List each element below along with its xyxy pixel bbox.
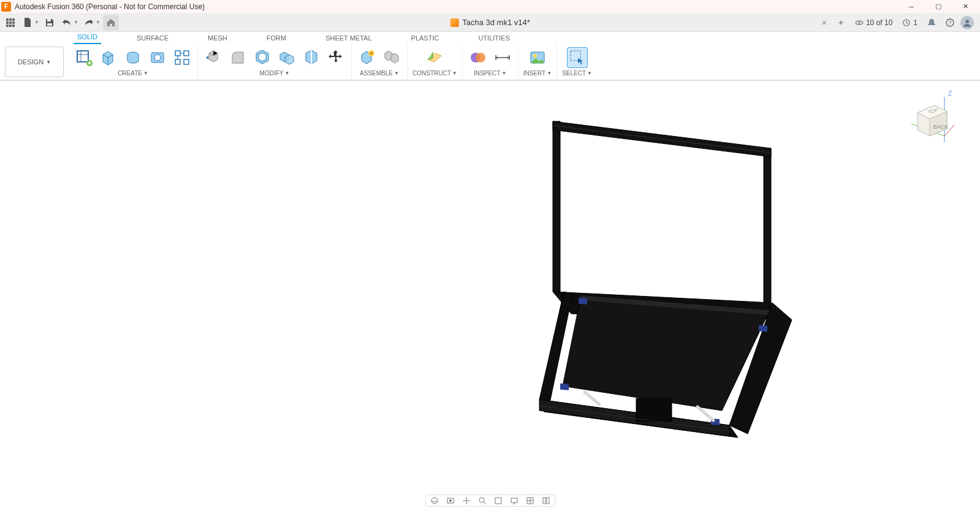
document-tab[interactable]: Tacha 3d mk1 v14*: [450, 18, 530, 27]
new-component-button[interactable]: [357, 47, 378, 68]
create-sketch-button[interactable]: [74, 47, 94, 68]
svg-point-46: [479, 498, 484, 502]
chevron-down-icon: ▼: [284, 70, 289, 76]
grid-settings-button[interactable]: [524, 496, 536, 506]
undo-button[interactable]: [59, 15, 75, 31]
pan-button[interactable]: [460, 496, 473, 506]
recovery-text: 10 of 10: [866, 18, 892, 27]
pattern-button[interactable]: [172, 47, 192, 68]
interference-button[interactable]: [468, 47, 488, 68]
svg-rect-7: [9, 25, 12, 27]
panel-inspect-label[interactable]: INSPECT▼: [474, 70, 506, 77]
panel-construct-label[interactable]: CONSTRUCT▼: [412, 70, 457, 77]
view-cube[interactable]: Z TOP BACK: [906, 88, 955, 137]
select-button[interactable]: [567, 47, 588, 68]
svg-point-45: [449, 499, 452, 502]
fillet-button[interactable]: [227, 47, 248, 68]
panel-construct: CONSTRUCT▼: [408, 44, 463, 80]
home-button[interactable]: [103, 15, 119, 31]
redo-caret-icon: ▼: [96, 20, 101, 25]
file-menu-caret-icon: ▼: [34, 20, 39, 25]
tab-surface[interactable]: SURFACE: [133, 33, 172, 44]
svg-line-34: [553, 126, 771, 153]
orbit-button[interactable]: [428, 496, 441, 506]
chevron-down-icon: ▼: [587, 70, 592, 76]
window-controls: ─ ▢ ✕: [898, 0, 979, 13]
tab-form[interactable]: FORM: [263, 33, 290, 44]
chevron-down-icon: ▼: [501, 70, 506, 76]
svg-point-43: [431, 498, 438, 504]
revolve-button[interactable]: [123, 47, 143, 68]
svg-point-20: [154, 55, 161, 61]
navigation-toolbar: [425, 495, 555, 507]
panel-modify-label[interactable]: MODIFY▼: [260, 70, 290, 77]
redo-button[interactable]: [81, 15, 97, 31]
press-pull-button[interactable]: [203, 47, 224, 68]
close-button[interactable]: ✕: [952, 0, 979, 13]
file-menu-button[interactable]: [20, 15, 36, 31]
svg-rect-16: [77, 51, 88, 62]
svg-rect-23: [175, 59, 180, 64]
viewport-layout-button[interactable]: [540, 496, 552, 506]
panel-select-text: SELECT: [562, 70, 586, 77]
panel-create-label[interactable]: CREATE▼: [118, 70, 148, 77]
svg-rect-6: [6, 25, 9, 27]
move-copy-button[interactable]: [325, 47, 346, 68]
chevron-down-icon: ▼: [394, 70, 399, 76]
construct-plane-button[interactable]: [424, 47, 445, 68]
panel-construct-text: CONSTRUCT: [412, 70, 451, 77]
svg-point-11: [859, 21, 860, 23]
zoom-button[interactable]: [476, 496, 488, 506]
tab-solid[interactable]: SOLID: [74, 32, 101, 44]
tab-mesh[interactable]: MESH: [204, 33, 231, 44]
fit-button[interactable]: [492, 496, 504, 506]
svg-rect-21: [175, 51, 180, 56]
shell-button[interactable]: [252, 47, 273, 68]
viewport[interactable]: Z TOP BACK: [0, 81, 980, 508]
tab-plastic[interactable]: PLASTIC: [408, 33, 443, 44]
chevron-down-icon: ▼: [46, 59, 51, 65]
help-button[interactable]: ?: [942, 15, 958, 31]
data-panel-button[interactable]: [2, 15, 18, 31]
job-status[interactable]: 1: [898, 18, 921, 27]
display-settings-button[interactable]: [508, 496, 520, 506]
svg-rect-52: [547, 498, 549, 504]
panel-inspect-text: INSPECT: [474, 70, 500, 77]
svg-rect-24: [184, 59, 189, 64]
hole-button[interactable]: [147, 47, 168, 68]
svg-line-39: [585, 392, 599, 404]
svg-rect-41: [636, 398, 672, 422]
measure-button[interactable]: [492, 47, 513, 68]
save-button[interactable]: [42, 15, 58, 31]
ribbon: DESIGN ▼ CREATE▼: [0, 44, 980, 81]
tab-utilities[interactable]: UTILITIES: [474, 33, 513, 44]
svg-rect-48: [495, 498, 501, 504]
panel-assemble-label[interactable]: ASSEMBLE▼: [360, 70, 399, 77]
tab-sheet-metal[interactable]: SHEET METAL: [322, 33, 375, 44]
joint-button[interactable]: [381, 47, 402, 68]
maximize-button[interactable]: ▢: [925, 0, 952, 13]
svg-rect-8: [12, 25, 15, 27]
combine-button[interactable]: [276, 47, 297, 68]
panel-modify-text: MODIFY: [260, 70, 284, 77]
insert-decal-button[interactable]: [527, 47, 548, 68]
tab-close-button[interactable]: ×: [818, 18, 830, 28]
panel-insert-label[interactable]: INSERT▼: [523, 70, 552, 77]
panel-select-label[interactable]: SELECT▼: [562, 70, 592, 77]
svg-point-29: [533, 54, 537, 58]
svg-rect-3: [6, 21, 9, 24]
user-avatar[interactable]: [960, 16, 974, 29]
look-at-button[interactable]: [444, 496, 457, 506]
new-tab-button[interactable]: ＋: [833, 15, 849, 31]
minimize-button[interactable]: ─: [898, 0, 925, 13]
svg-rect-36: [759, 325, 767, 332]
notifications-button[interactable]: [924, 15, 940, 31]
workspace-switcher[interactable]: DESIGN ▼: [5, 47, 64, 77]
tab-strip-right: × ＋ 10 of 10 1 ?: [818, 15, 978, 31]
recovery-status[interactable]: 10 of 10: [851, 18, 896, 27]
split-body-button[interactable]: [301, 47, 322, 68]
svg-rect-2: [12, 18, 15, 21]
extrude-button[interactable]: [98, 47, 119, 68]
document-name: Tacha 3d mk1 v14*: [462, 18, 530, 27]
document-icon: [450, 18, 458, 27]
